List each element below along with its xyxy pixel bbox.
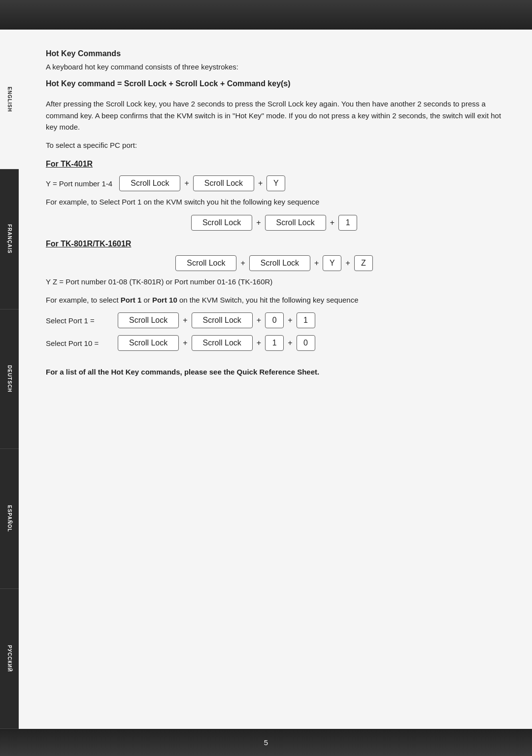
y-key-801: Y [323,255,341,271]
footer-note: For a list of all the Hot Key commands, … [46,367,502,378]
bottom-bar: 5 [0,729,532,756]
select-port10-row: Select Port 10 = Scroll Lock + Scroll Lo… [46,335,502,351]
page-number: 5 [264,738,268,747]
scroll-lock-ex1a: Scroll Lock [191,215,252,231]
intro-text: A keyboard hot key command consists of t… [46,61,502,72]
z-key-801: Z [354,255,373,271]
plus-sp1c: + [288,316,292,325]
specific-port-text: To select a specific PC port: [46,139,502,151]
scroll-lock-ex1b: Scroll Lock [265,215,326,231]
example-401-key-row: Scroll Lock + Scroll Lock + 1 [46,215,502,231]
y-key-btn: Y [266,175,285,191]
hot-key-title: Hot Key Commands [46,49,502,58]
tk401r-key-row: Y = Port number 1-4 Scroll Lock + Scroll… [46,175,502,191]
zero-key-sp10: 0 [297,335,315,351]
lang-espanol[interactable]: ESPAÑOL [0,449,19,589]
formula-text: Hot Key command = Scroll Lock + Scroll L… [46,79,502,88]
main-content: Hot Key Commands A keyboard hot key comm… [19,30,532,729]
plus-801c: + [345,259,350,268]
scroll-lock-801a: Scroll Lock [175,255,236,271]
tk801r-key-row: Scroll Lock + Scroll Lock + Y + Z [46,255,502,271]
tk801r-heading: For TK-801R/TK-1601R [46,240,502,248]
language-sidebar: ENGLISH FRANÇAIS DEUTSCH ESPAÑOL РУССКИЙ [0,30,19,729]
plus-1a: + [184,179,189,188]
plus-1b: + [258,179,263,188]
scroll-lock-801b: Scroll Lock [249,255,310,271]
scroll-lock-btn-1a: Scroll Lock [119,175,180,191]
one-key-sp10: 1 [265,335,284,351]
zero-key-sp1: 0 [265,312,284,328]
plus-ex1b: + [330,218,334,227]
top-bar [0,0,532,30]
lang-deutsch[interactable]: DEUTSCH [0,309,19,449]
one-key-btn: 1 [338,215,357,231]
description-text: After pressing the Scroll Lock key, you … [46,98,502,133]
select-port10-label: Select Port 10 = [46,339,115,347]
scroll-lock-sp10a: Scroll Lock [118,335,179,351]
yz-desc: Y Z = Port number 01-08 (TK-801R) or Por… [46,276,502,287]
scroll-lock-sp10b: Scroll Lock [192,335,253,351]
scroll-lock-sp1b: Scroll Lock [192,312,253,328]
plus-ex1a: + [256,218,261,227]
plus-sp10c: + [288,339,292,347]
example-text-401: For example, to Select Port 1 on the KVM… [46,196,502,207]
lang-russian[interactable]: РУССКИЙ [0,589,19,729]
lang-francais[interactable]: FRANÇAIS [0,170,19,309]
lang-english[interactable]: ENGLISH [0,30,19,170]
plus-sp1b: + [257,316,261,325]
select-port1-label: Select Port 1 = [46,316,115,325]
example-text-801: For example, to select Port 1 or Port 10… [46,294,502,306]
plus-sp10a: + [183,339,187,347]
select-port1-row: Select Port 1 = Scroll Lock + Scroll Loc… [46,312,502,328]
plus-801b: + [314,259,319,268]
scroll-lock-btn-1b: Scroll Lock [193,175,254,191]
scroll-lock-sp1a: Scroll Lock [118,312,179,328]
plus-sp10b: + [257,339,261,347]
plus-sp1a: + [183,316,187,325]
plus-801a: + [240,259,245,268]
port-label-401: Y = Port number 1-4 [46,179,112,188]
tk401r-heading: For TK-401R [46,160,502,169]
one-key-sp1: 1 [297,312,315,328]
